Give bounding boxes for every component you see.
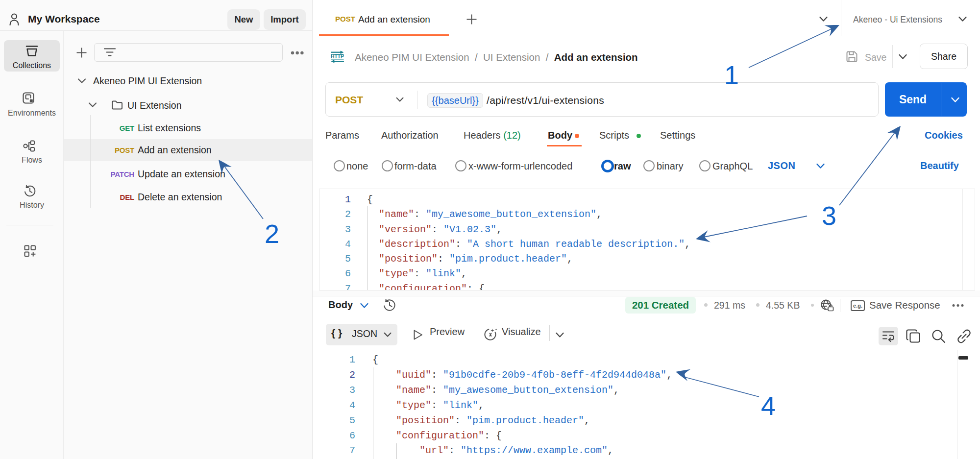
svg-text:HTTP: HTTP xyxy=(331,53,344,59)
